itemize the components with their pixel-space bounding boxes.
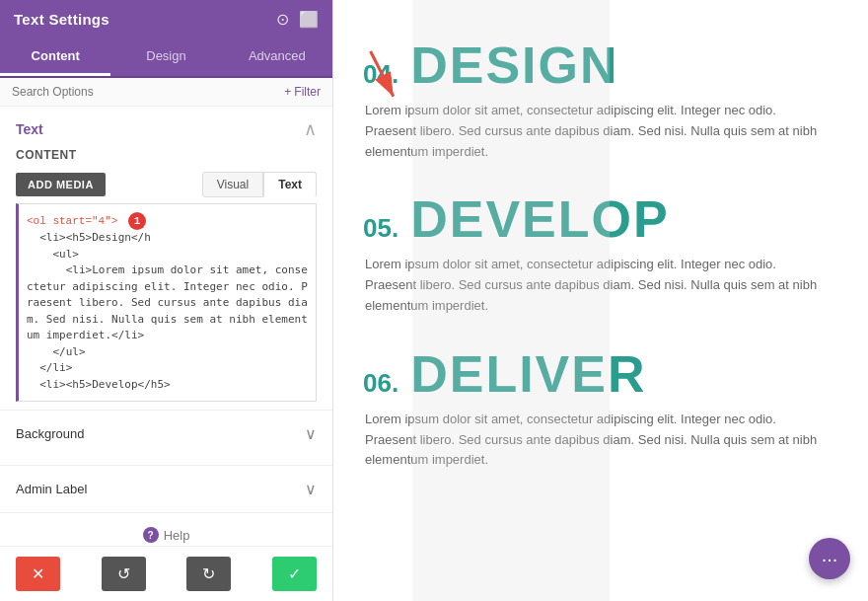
add-media-button[interactable]: ADD MEDIA: [16, 173, 106, 196]
filter-label: Filter: [294, 85, 321, 99]
design-text-1: Lorem ipsum dolor sit amet, consectetur …: [363, 101, 829, 162]
left-panel: Text Settings ⊙ ⬜ Content Design Advance…: [0, 0, 333, 601]
background-section-header[interactable]: Background ∨: [0, 411, 332, 457]
admin-label-section-header[interactable]: Admin Label ∨: [0, 466, 332, 512]
visual-tab[interactable]: Visual: [202, 172, 263, 197]
text-section-title: Text: [16, 121, 43, 137]
content-label: Content: [0, 146, 332, 168]
badge-count: 1: [128, 212, 146, 230]
design-heading-row-3: 06. DELIVER: [363, 348, 829, 400]
panel-header-icons: ⊙ ⬜: [276, 10, 319, 29]
code-content: <li><h5>Design</h <ul> <li>Lorem ipsum d…: [27, 230, 308, 393]
design-number-3: 06.: [363, 368, 398, 399]
design-item-3: 06. DELIVER Lorem ipsum dolor sit amet, …: [363, 348, 829, 471]
design-heading-2: DEVELOP: [410, 193, 670, 245]
design-heading-3: DELIVER: [410, 348, 646, 400]
text-section-toggle[interactable]: ∧: [304, 118, 317, 140]
panel-header: Text Settings ⊙ ⬜: [0, 0, 332, 38]
svg-line-1: [357, 51, 407, 97]
right-panel: 04. DESIGN Lorem ipsum dolor sit amet, c…: [333, 0, 868, 601]
save-button[interactable]: ✓: [272, 557, 317, 591]
tab-advanced[interactable]: Advanced: [222, 38, 332, 76]
tab-bar: Content Design Advanced: [0, 38, 332, 78]
text-section-header: Text ∧: [0, 107, 332, 146]
code-tag-ol: <ol start="4">: [27, 215, 117, 227]
preview-area: 04. DESIGN Lorem ipsum dolor sit amet, c…: [333, 0, 868, 601]
admin-label-label: Admin Label: [16, 482, 87, 496]
help-icon: ?: [143, 527, 159, 543]
fab-icon: ···: [822, 548, 838, 570]
background-label: Background: [16, 426, 84, 441]
visual-text-tabs: Visual Text: [202, 172, 317, 197]
design-text-3: Lorem ipsum dolor sit amet, consectetur …: [363, 410, 829, 471]
undo-button[interactable]: ↺: [102, 557, 146, 591]
design-item-1: 04. DESIGN Lorem ipsum dolor sit amet, c…: [363, 39, 829, 162]
cancel-button[interactable]: ✕: [16, 557, 60, 591]
search-input[interactable]: [12, 85, 284, 99]
focus-icon[interactable]: ⊙: [276, 10, 289, 29]
tab-design[interactable]: Design: [110, 38, 221, 76]
design-text-2: Lorem ipsum dolor sit amet, consectetur …: [363, 255, 829, 316]
expand-icon[interactable]: ⬜: [299, 10, 319, 29]
background-chevron-icon: ∨: [305, 424, 317, 443]
admin-label-chevron-icon: ∨: [305, 480, 317, 498]
design-heading-1: DESIGN: [410, 39, 618, 91]
background-section: Background ∨: [0, 410, 332, 457]
text-tab[interactable]: Text: [263, 172, 317, 197]
redo-button[interactable]: ↻: [186, 557, 231, 591]
filter-plus-icon: +: [284, 85, 291, 99]
search-bar: + Filter: [0, 78, 332, 107]
panel-body: Text ∧ Content ADD MEDIA Visual Text <ol…: [0, 107, 332, 546]
design-item-2: 05. DEVELOP Lorem ipsum dolor sit amet, …: [363, 193, 829, 316]
bottom-bar: ✕ ↺ ↻ ✓: [0, 546, 332, 601]
design-heading-row-1: 04. DESIGN: [363, 39, 829, 91]
admin-label-section: Admin Label ∨: [0, 465, 332, 512]
panel-title: Text Settings: [14, 11, 109, 28]
fab-button[interactable]: ···: [809, 538, 850, 579]
design-number-2: 05.: [363, 213, 398, 244]
filter-button[interactable]: + Filter: [284, 85, 321, 99]
code-editor[interactable]: <ol start="4"> 1 <li><h5>Design</h <ul> …: [16, 203, 317, 402]
help-label: Help: [164, 528, 190, 543]
tab-content[interactable]: Content: [0, 38, 110, 76]
editor-toolbar: ADD MEDIA Visual Text: [0, 168, 332, 203]
help-section[interactable]: ? Help: [0, 512, 332, 546]
design-heading-row-2: 05. DEVELOP: [363, 193, 829, 245]
